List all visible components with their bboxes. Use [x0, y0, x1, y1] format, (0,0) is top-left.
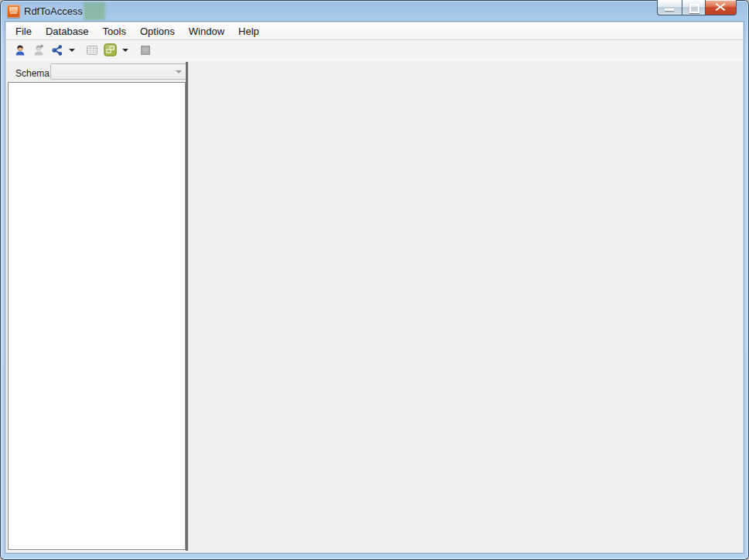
- minimize-icon: [665, 9, 674, 11]
- menu-item-window[interactable]: Window: [183, 23, 231, 39]
- export-dropdown-arrow[interactable]: [120, 42, 130, 59]
- share-dropdown-arrow[interactable]: [67, 42, 77, 59]
- schema-combobox[interactable]: [50, 63, 186, 80]
- window-title: RdfToAccess: [24, 5, 83, 17]
- menu-item-options[interactable]: Options: [134, 23, 181, 39]
- menu-item-database[interactable]: Database: [39, 23, 95, 39]
- window-controls: [657, 0, 737, 15]
- share-graph-button[interactable]: [48, 42, 66, 59]
- minimize-button[interactable]: [657, 0, 682, 15]
- client-area: File Database Tools Options Window Help: [6, 22, 743, 552]
- close-button[interactable]: [706, 0, 737, 15]
- main-workspace[interactable]: [188, 62, 741, 551]
- connect-user-button[interactable]: [11, 42, 29, 59]
- chevron-down-icon: [176, 70, 182, 73]
- content-region: Schema: [6, 60, 743, 552]
- menu-item-file[interactable]: File: [9, 23, 38, 39]
- export-access-button[interactable]: [101, 42, 119, 59]
- maximize-button[interactable]: [682, 0, 706, 15]
- stop-button[interactable]: [136, 42, 154, 59]
- close-icon: [715, 2, 726, 12]
- maximize-icon: [689, 4, 699, 13]
- toolbar: [6, 40, 743, 60]
- titlebar[interactable]: RdfToAccess: [0, 0, 749, 22]
- table-icon: [86, 44, 98, 56]
- app-icon: [7, 5, 20, 18]
- app-window: RdfToAccess File Database Tools Options …: [0, 0, 749, 560]
- user-x-icon: [32, 44, 45, 56]
- schema-label: Schema: [15, 68, 50, 79]
- share-nodes-icon: [51, 44, 63, 56]
- menu-item-tools[interactable]: Tools: [97, 23, 132, 39]
- overlapping-windows-icon: [104, 43, 117, 56]
- user-icon: [14, 44, 26, 56]
- menu-item-help[interactable]: Help: [232, 23, 265, 39]
- schema-tree-panel[interactable]: [8, 82, 186, 550]
- stop-square-icon: [139, 44, 152, 56]
- disconnect-user-button[interactable]: [29, 42, 47, 59]
- menu-bar: File Database Tools Options Window Help: [6, 22, 743, 40]
- table-view-button[interactable]: [83, 42, 101, 59]
- glass-reflection: [84, 2, 105, 20]
